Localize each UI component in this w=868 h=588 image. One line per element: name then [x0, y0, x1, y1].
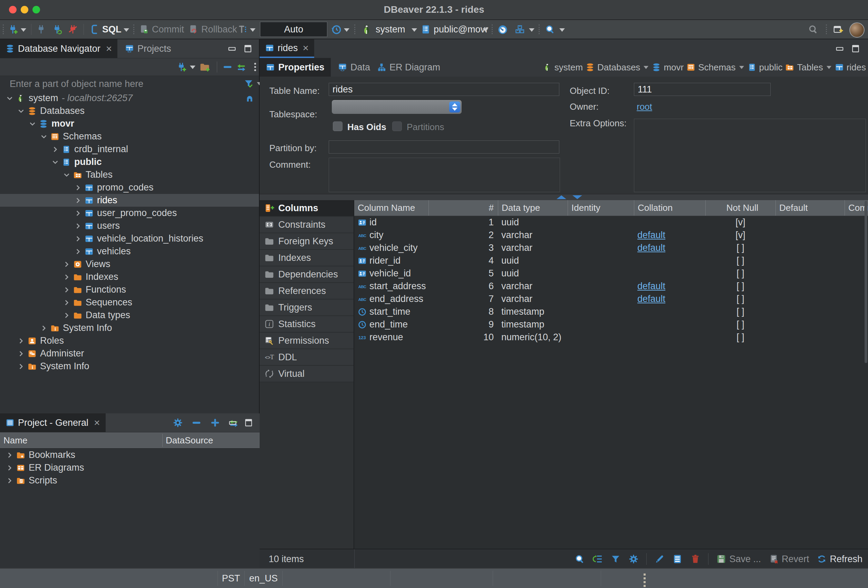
collapse-up-icon[interactable]	[557, 195, 566, 199]
chevron-right-icon[interactable]	[5, 476, 14, 485]
tree-item-administer[interactable]: Administer	[0, 347, 259, 360]
chevron-down-icon[interactable]	[62, 171, 71, 180]
breadcrumb-schemas[interactable]: Schemas	[686, 62, 735, 73]
tree-item-schemas[interactable]: Schemas	[0, 130, 259, 143]
settings-button[interactable]	[173, 417, 183, 428]
tree-item-vehicle-location-histories[interactable]: vehicle_location_histories	[0, 232, 259, 245]
refresh-columns-button[interactable]	[592, 554, 603, 564]
sql-editor-button[interactable]: SQL	[102, 20, 121, 39]
new-connection-button[interactable]	[7, 24, 18, 34]
breadcrumb-public[interactable]: public	[747, 62, 783, 73]
sidetab-foreign-keys[interactable]: Foreign Keys	[260, 233, 354, 250]
tab-database-navigator[interactable]: Database Navigator ×	[0, 39, 117, 58]
tree-item-user-promo-codes[interactable]: user_promo_codes	[0, 207, 259, 220]
grid-column-default[interactable]: Default	[775, 200, 844, 216]
tab-rides-editor[interactable]: rides ×	[260, 39, 314, 58]
chevron-right-icon[interactable]	[16, 362, 25, 371]
revert-button[interactable]: Revert	[769, 554, 809, 564]
breadcrumb-movr[interactable]: movr	[652, 62, 683, 73]
minimize-icon[interactable]	[835, 44, 844, 53]
chevron-down-icon[interactable]	[39, 132, 48, 141]
tree-item-users[interactable]: users	[0, 220, 259, 232]
maximize-icon[interactable]	[244, 418, 254, 427]
tree-item-rides[interactable]: rides	[0, 194, 259, 207]
grid-row-vehicle-id[interactable]: vehicle_id5uuid[ ]	[354, 267, 868, 280]
connect-button[interactable]	[36, 24, 46, 34]
project-item-bookmarks[interactable]: Bookmarks	[0, 449, 260, 461]
grid-row-id[interactable]: id1uuid[v]	[354, 216, 868, 229]
dropdown-icon[interactable]	[250, 28, 255, 32]
transaction-mode-select[interactable]: Auto	[260, 22, 327, 37]
close-icon[interactable]: ×	[106, 43, 112, 55]
breadcrumb-databases[interactable]: Databases	[586, 62, 640, 73]
tree-item-roles[interactable]: Roles	[0, 335, 259, 347]
grid-settings-button[interactable]	[628, 554, 639, 564]
active-schema-select[interactable]: public@movr	[434, 20, 488, 39]
partition-by-input[interactable]	[329, 140, 559, 153]
collapse-down-icon[interactable]	[573, 195, 582, 199]
dropdown-icon[interactable]	[559, 28, 565, 32]
dropdown-icon[interactable]	[190, 66, 195, 69]
dropdown-icon[interactable]	[344, 28, 350, 32]
comment-textarea[interactable]	[329, 158, 560, 192]
tab-project-general[interactable]: Project - General ×	[0, 413, 106, 432]
sidetab-triggers[interactable]: Triggers	[260, 299, 354, 316]
chevron-right-icon[interactable]	[74, 221, 83, 230]
tree-item-system-info[interactable]: iSystem Info	[0, 321, 259, 335]
subtab-data[interactable]: <>Data	[332, 58, 376, 77]
tab-projects[interactable]: <> Projects	[125, 39, 171, 58]
sidetab-columns[interactable]: Columns	[260, 200, 354, 217]
rollback-button[interactable]: Rollback	[201, 20, 237, 39]
chevron-right-icon[interactable]	[51, 145, 60, 154]
dropdown-icon[interactable]	[529, 28, 534, 32]
dropdown-icon[interactable]	[21, 28, 26, 32]
collation-link[interactable]: default	[637, 243, 665, 253]
tree-item-sequences[interactable]: Sequences	[0, 296, 259, 309]
avatar[interactable]	[849, 22, 865, 38]
save-button[interactable]: Save ...	[716, 554, 761, 564]
collation-link[interactable]: default	[637, 294, 665, 304]
splitter-sash[interactable]	[260, 194, 868, 201]
dropdown-icon[interactable]	[483, 28, 488, 32]
scrollbar[interactable]	[865, 201, 867, 363]
chevron-right-icon[interactable]	[74, 209, 83, 218]
grid-row-city[interactable]: ABCcity2varchardefault[v]	[354, 229, 868, 242]
chevron-right-icon[interactable]	[62, 285, 71, 294]
maximize-icon[interactable]	[851, 44, 861, 53]
dropdown-icon[interactable]	[644, 66, 648, 69]
chevron-right-icon[interactable]	[62, 311, 71, 320]
grid-column-data-type[interactable]: Data type	[498, 200, 568, 216]
sidetab-virtual[interactable]: Virtual	[260, 366, 354, 382]
active-database-select[interactable]: system	[376, 20, 405, 39]
commit-button[interactable]: Commit	[152, 20, 184, 39]
sql-editor-icon[interactable]	[90, 24, 100, 34]
chevron-right-icon[interactable]	[5, 451, 14, 460]
grid-column-not-null[interactable]: Not Null	[706, 200, 775, 216]
dropdown-icon[interactable]	[412, 28, 417, 32]
grid-column-[interactable]: #	[428, 200, 498, 216]
view-menu-button[interactable]	[250, 62, 260, 72]
chevron-down-icon[interactable]	[16, 107, 25, 116]
chevron-down-icon[interactable]	[5, 94, 14, 103]
tree-item-databases[interactable]: Databases	[0, 105, 259, 117]
tree-item-public[interactable]: public	[0, 156, 259, 168]
disconnect-button[interactable]	[68, 24, 78, 34]
tree-item-crdb-internal[interactable]: crdb_internal	[0, 143, 259, 156]
collapse-all-button[interactable]	[222, 62, 233, 72]
locale-status[interactable]: en_US	[244, 569, 282, 588]
delete-column-button[interactable]	[690, 554, 701, 564]
refresh-button[interactable]: Refresh	[816, 554, 862, 564]
sidetab-permissions[interactable]: Permissions	[260, 333, 354, 349]
tree-item-vehicles[interactable]: vehicles	[0, 245, 259, 258]
chevron-down-icon[interactable]	[28, 119, 37, 128]
sidetab-dependencies[interactable]: Dependencies	[260, 267, 354, 283]
dropdown-icon[interactable]	[827, 66, 831, 69]
grid-row-start-address[interactable]: ABCstart_address6varchardefault[ ]	[354, 280, 868, 293]
breadcrumb-system[interactable]: system	[543, 62, 583, 73]
tree-item-indexes[interactable]: Indexes	[0, 271, 259, 283]
tablespace-select[interactable]	[332, 100, 462, 114]
breadcrumb-tables[interactable]: Tables	[785, 62, 823, 73]
edit-column-button[interactable]	[654, 554, 665, 564]
reconnect-button[interactable]	[52, 24, 62, 34]
chevron-right-icon[interactable]	[39, 324, 48, 333]
